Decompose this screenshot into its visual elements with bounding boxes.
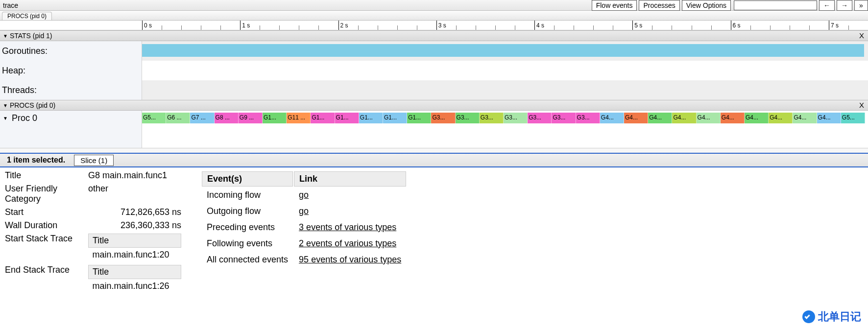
events-row-label: Incoming flow bbox=[202, 188, 293, 203]
timeline-slice[interactable]: G4... bbox=[793, 113, 817, 123]
goroutines-label: Goroutines: bbox=[0, 41, 142, 61]
threads-label: Threads: bbox=[0, 80, 142, 100]
procs-close-button[interactable]: X bbox=[857, 101, 866, 109]
stats-tracks: Goroutines: Heap: Threads: bbox=[0, 41, 868, 100]
caret-down-icon: ▼ bbox=[3, 103, 8, 108]
timeline-slice[interactable]: G1... bbox=[359, 113, 383, 123]
timeline-slice[interactable]: G7 ... bbox=[190, 113, 214, 123]
events-row-label: Preceding events bbox=[202, 220, 293, 235]
processes-button[interactable]: Processes bbox=[639, 0, 679, 11]
events-header-event: Event(s) bbox=[202, 171, 293, 187]
goroutines-bar[interactable] bbox=[142, 44, 864, 57]
forward-button[interactable]: → bbox=[837, 0, 852, 11]
proc0-label-row[interactable]: ▼ Proc 0 bbox=[0, 111, 142, 125]
proc0-track[interactable]: G5...G6 ...G7 ...G8 ...G9 ...G1...G11 ..… bbox=[142, 111, 868, 125]
ruler-tick: 5 s bbox=[632, 21, 642, 30]
timeline-slice[interactable]: G4... bbox=[648, 113, 672, 123]
detail-start-value: 712,826,653 ns bbox=[88, 207, 181, 217]
back-button[interactable]: ← bbox=[819, 0, 835, 11]
start-stack-th: Title bbox=[89, 234, 181, 248]
events-row-link[interactable]: go bbox=[299, 190, 309, 200]
events-table: Event(s) Link Incoming flowgoOutgoing fl… bbox=[201, 170, 407, 268]
timeline-slice[interactable]: G6 ... bbox=[166, 113, 190, 123]
stats-header[interactable]: ▼ STATS (pid 1) X bbox=[0, 30, 868, 41]
time-ruler[interactable]: 0 s1 s2 s3 s4 s5 s6 s7 s bbox=[0, 21, 868, 30]
timeline-slice[interactable]: G3... bbox=[480, 113, 504, 123]
events-row-link[interactable]: 2 events of various types bbox=[299, 238, 396, 248]
view-options-button[interactable]: View Options bbox=[682, 0, 731, 11]
start-stack-value: main.main.func1:20 bbox=[89, 248, 181, 262]
events-row-label: Outgoing flow bbox=[202, 204, 293, 219]
slice-button[interactable]: Slice (1) bbox=[74, 155, 114, 166]
timeline-slice[interactable]: G3... bbox=[576, 113, 600, 123]
timeline-slice[interactable]: G4... bbox=[672, 113, 696, 123]
timeline-slice[interactable]: G4... bbox=[817, 113, 841, 123]
timeline-slice[interactable]: G11 ... bbox=[287, 113, 311, 123]
app-title: trace bbox=[0, 1, 21, 9]
timeline-slice[interactable]: G1... bbox=[311, 113, 335, 123]
panel-divider[interactable] bbox=[0, 148, 868, 153]
proc0-label: Proc 0 bbox=[12, 113, 37, 123]
events-row: Following events2 events of various type… bbox=[202, 236, 406, 251]
heap-track[interactable] bbox=[142, 61, 868, 80]
watermark-text: 北单日记 bbox=[818, 309, 861, 324]
start-stack-table: Title main.main.func1:20 bbox=[88, 234, 181, 262]
events-row-link[interactable]: 95 events of various types bbox=[299, 255, 401, 264]
detail-duration-value: 236,360,333 ns bbox=[88, 220, 181, 231]
more-button[interactable]: » bbox=[854, 0, 868, 11]
events-header-link: Link bbox=[294, 171, 406, 187]
timeline-slice[interactable]: G8 ... bbox=[215, 113, 239, 123]
end-stack-table: Title main.main.func1:26 bbox=[88, 265, 181, 293]
timeline-slice[interactable]: G1... bbox=[407, 113, 431, 123]
timeline-slice[interactable]: G3... bbox=[456, 113, 480, 123]
ruler-tick: 1 s bbox=[240, 21, 250, 30]
timeline-slice[interactable]: G4... bbox=[769, 113, 793, 123]
ruler-tick: 4 s bbox=[534, 21, 544, 30]
detail-category-value: other bbox=[88, 184, 181, 204]
timeline-slice[interactable]: G3... bbox=[431, 113, 455, 123]
timeline-slice[interactable]: G4... bbox=[745, 113, 769, 123]
threads-track[interactable] bbox=[142, 80, 868, 100]
events-row-label: Following events bbox=[202, 236, 293, 251]
details-panel: Title G8 main.main.func1 User Friendly C… bbox=[0, 167, 868, 299]
events-row-link[interactable]: go bbox=[299, 206, 309, 216]
timeline-slice[interactable]: G3... bbox=[552, 113, 576, 123]
timeline-slice[interactable]: G9 ... bbox=[239, 113, 263, 123]
procs-header[interactable]: ▼ PROCS (pid 0) X bbox=[0, 100, 868, 111]
stats-close-button[interactable]: X bbox=[857, 31, 866, 40]
timeline-slice[interactable]: G4... bbox=[600, 113, 624, 123]
stats-header-label: STATS (pid 1) bbox=[10, 32, 52, 40]
heap-label: Heap: bbox=[0, 61, 142, 80]
detail-end-stack-label: End Stack Trace bbox=[5, 265, 88, 293]
timeline-slice[interactable]: G4... bbox=[721, 113, 745, 123]
timeline-slice[interactable]: G5... bbox=[142, 113, 166, 123]
procs-header-label: PROCS (pid 0) bbox=[10, 101, 55, 109]
detail-duration-label: Wall Duration bbox=[5, 220, 88, 231]
goroutines-track[interactable] bbox=[142, 41, 868, 61]
events-row: Outgoing flowgo bbox=[202, 204, 406, 219]
end-stack-th: Title bbox=[89, 265, 181, 279]
timeline-slice[interactable]: G1... bbox=[335, 113, 359, 123]
flow-events-button[interactable]: Flow events bbox=[592, 0, 637, 11]
ruler-tick: 6 s bbox=[731, 21, 741, 30]
events-row-link[interactable]: 3 events of various types bbox=[299, 222, 396, 232]
ruler-tick: 2 s bbox=[338, 21, 348, 30]
ruler-tick: 3 s bbox=[436, 21, 446, 30]
timeline-slice[interactable]: G5... bbox=[841, 113, 865, 123]
detail-start-stack-label: Start Stack Trace bbox=[5, 234, 88, 262]
search-input[interactable] bbox=[734, 0, 817, 10]
timeline-slice[interactable]: G1... bbox=[383, 113, 407, 123]
timeline-slice[interactable]: G3... bbox=[504, 113, 528, 123]
timeline-slice[interactable]: G4... bbox=[697, 113, 721, 123]
watermark-logo-icon bbox=[802, 310, 815, 323]
ruler-tick: 0 s bbox=[142, 21, 152, 30]
events-row: Preceding events3 events of various type… bbox=[202, 220, 406, 235]
events-row: All connected events95 events of various… bbox=[202, 252, 406, 267]
timeline-slice[interactable]: G1... bbox=[263, 113, 287, 123]
tab-procs[interactable]: PROCS (pid 0) bbox=[2, 12, 52, 20]
detail-title-value: G8 main.main.func1 bbox=[88, 170, 181, 181]
timeline-slice[interactable]: G3... bbox=[528, 113, 552, 123]
timeline-slice[interactable]: G4... bbox=[624, 113, 648, 123]
proc-tracks: ▼ Proc 0 G5...G6 ...G7 ...G8 ...G9 ...G1… bbox=[0, 111, 868, 148]
end-stack-value: main.main.func1:26 bbox=[89, 279, 181, 294]
